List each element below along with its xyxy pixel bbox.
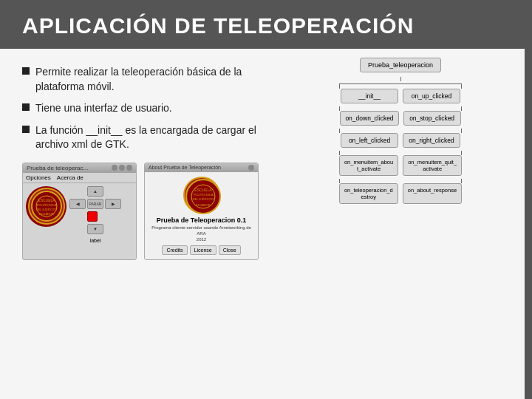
fc-vline-left	[339, 84, 340, 89]
svg-text:POLITÉCNICA: POLITÉCNICA	[193, 193, 213, 197]
win-btn-2	[119, 165, 125, 171]
fc-vline-right	[461, 84, 462, 89]
about-logo: ESCUELA POLITÉCNICA DEL EJÉRCITO ECUADOR	[183, 177, 220, 214]
fc-r1-vr	[461, 106, 462, 111]
app-window-title: Prueba de teleoperac...	[27, 165, 88, 171]
flowchart: Prueba_teleoperacion __init__ on_up_clic…	[279, 58, 522, 207]
fc-row-3: on_left_clicked on_right_clicked	[341, 133, 460, 148]
fc-r2-vr	[461, 129, 462, 133]
fc-row-4: on_menuitem_about_activate on_menuitem_q…	[339, 155, 462, 176]
spacer-3	[69, 211, 86, 222]
spacer-1	[69, 186, 86, 197]
spacer-2	[105, 186, 121, 197]
slide: APLICACIÓN DE TELEOPERACIÓN Permite real…	[0, 0, 532, 399]
slide-title: APLICACIÓN DE TELEOPERACIÓN	[22, 13, 510, 38]
fc-top-node: Prueba_teleoperacion	[360, 58, 441, 72]
ctrl-row-mid: ◀ PARAR ▶	[69, 199, 121, 209]
bullet-square-2	[22, 103, 30, 111]
bullet-text-2: Tiene una interfaz de usuario.	[35, 101, 172, 116]
bullet-text-1: Permite realizar la teleoperación básica…	[35, 65, 259, 94]
about-window-buttons	[248, 165, 254, 171]
svg-text:DEL EJÉRCITO: DEL EJÉRCITO	[35, 208, 56, 211]
left-panel: Permite realizar la teleoperación básica…	[0, 49, 279, 399]
close-button[interactable]: Close	[219, 245, 241, 255]
app-window-buttons	[112, 165, 132, 171]
svg-text:POLITÉCNICA: POLITÉCNICA	[36, 203, 56, 207]
app-main-area: ESCUELA POLITÉCNICA DEL EJÉRCITO ECUADOR	[23, 183, 136, 246]
bullet-3: La función __init__ es la encargada de c…	[22, 123, 259, 152]
fc-box-teleop-destroy: on_teleoperacion_destroy	[339, 183, 398, 204]
about-buttons-row: Credits License Close	[149, 245, 253, 255]
bullet-2: Tiene una interfaz de usuario.	[22, 101, 259, 116]
right-button[interactable]: ▶	[105, 199, 121, 209]
about-desc: Programa cliente-servidor usando Arnetwo…	[149, 225, 253, 242]
about-window-title: About Prueba de Teleoperación	[149, 165, 221, 170]
fc-row-2: on_down_clicked on_stop_clicked	[340, 111, 460, 126]
app-titlebar: Prueba de teleoperac...	[23, 163, 136, 173]
fc-box-on-right: on_right_clicked	[403, 133, 460, 148]
screenshot-container: Prueba de teleoperac... Opciones Acerca …	[22, 163, 259, 260]
fc-box-menuitem-quit: on_menuitem_quit_activate	[403, 155, 462, 176]
fc-connector-0	[400, 77, 401, 81]
win-btn-3	[126, 165, 132, 171]
escudo-svg: ESCUELA POLITÉCNICA DEL EJÉRCITO ECUADOR	[31, 191, 62, 222]
fc-box-on-left: on_left_clicked	[341, 133, 398, 148]
fc-box-on-up: on_up_clicked	[403, 89, 460, 103]
about-desc-text: Programa cliente-servidor usando Arnetwo…	[151, 225, 251, 242]
ctrl-row-bot	[69, 211, 121, 222]
menu-opciones[interactable]: Opciones	[26, 174, 51, 181]
fc-row-1: __init__ on_up_clicked	[341, 89, 460, 103]
about-screenshot-window: About Prueba de Teleoperación ESCUELA PO…	[144, 163, 259, 260]
app-menubar: Opciones Acerca de	[23, 173, 136, 183]
fc-box-on-down: on_down_clicked	[340, 111, 398, 126]
content-area: Permite realizar la teleoperación básica…	[0, 49, 532, 399]
app-controls: ▲ ◀ PARAR ▶	[69, 186, 121, 243]
svg-text:ESCUELA: ESCUELA	[38, 198, 55, 202]
bullet-1: Permite realizar la teleoperación básica…	[22, 65, 259, 94]
ctrl-row-top: ▲	[69, 186, 121, 197]
shield-logo: ESCUELA POLITÉCNICA DEL EJÉRCITO ECUADOR	[26, 186, 66, 227]
bullet-text-3: La función __init__ es la encargada de c…	[35, 123, 259, 152]
menu-acerca[interactable]: Acerca de	[57, 174, 83, 181]
fc-box-init: __init__	[341, 89, 398, 103]
bullet-square-1	[22, 67, 30, 75]
svg-text:DEL EJÉRCITO: DEL EJÉRCITO	[192, 197, 213, 201]
about-app-title: Prueba de Teleoperacion 0.1	[149, 216, 253, 224]
spacer-5	[69, 224, 86, 234]
down-button[interactable]: ▼	[87, 224, 103, 234]
stop-button[interactable]	[87, 211, 98, 222]
about-escudo-svg: ESCUELA POLITÉCNICA DEL EJÉRCITO ECUADOR	[185, 178, 222, 215]
fc-vline-0	[400, 77, 401, 81]
about-body: ESCUELA POLITÉCNICA DEL EJÉRCITO ECUADOR…	[145, 172, 258, 259]
fc-row-5: on_teleoperacion_destroy on_about_respon…	[339, 183, 462, 204]
spacer-4	[99, 211, 115, 222]
svg-text:ECUADOR: ECUADOR	[38, 212, 53, 216]
fc-r2-vl	[339, 129, 340, 133]
up-button[interactable]: ▲	[87, 186, 103, 197]
license-button[interactable]: License	[190, 245, 216, 255]
spacer-6	[105, 224, 121, 234]
bullet-square-3	[22, 126, 30, 133]
parar-button[interactable]: PARAR	[87, 199, 103, 209]
right-panel: Prueba_teleoperacion __init__ on_up_clic…	[279, 49, 532, 399]
win-btn-1	[112, 165, 117, 171]
left-button[interactable]: ◀	[69, 199, 86, 209]
fc-box-about-response: on_about_response	[403, 183, 462, 204]
fc-box-on-stop: on_stop_clicked	[403, 111, 461, 126]
accent-bar	[525, 0, 532, 399]
credits-button[interactable]: Credits	[162, 245, 187, 255]
ctrl-row-down: ▼	[69, 224, 121, 234]
slide-header: APLICACIÓN DE TELEOPERACIÓN	[0, 0, 532, 49]
fc-box-menuitem-about: on_menuitem_about_activate	[339, 155, 398, 176]
about-titlebar: About Prueba de Teleoperación	[145, 163, 258, 172]
about-win-btn-1	[248, 165, 254, 171]
shield-logo-inner: ESCUELA POLITÉCNICA DEL EJÉRCITO ECUADOR	[28, 188, 65, 225]
app-label: label	[69, 238, 121, 243]
app-screenshot-window: Prueba de teleoperac... Opciones Acerca …	[22, 163, 137, 260]
svg-text:ESCUELA: ESCUELA	[194, 188, 212, 192]
svg-text:ECUADOR: ECUADOR	[195, 203, 210, 207]
